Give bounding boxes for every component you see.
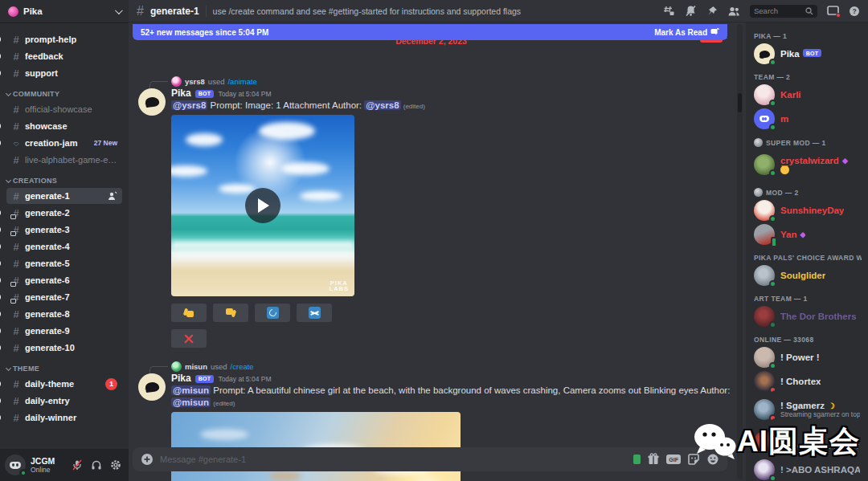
mention[interactable]: @misun xyxy=(171,385,211,395)
mention[interactable]: @ysrs8 xyxy=(171,100,207,110)
member-row-yan[interactable]: Yan◆ xyxy=(752,223,862,246)
gif-picker-icon[interactable]: GIF xyxy=(666,455,681,464)
mark-as-read-button[interactable]: Mark As Read xyxy=(654,28,719,37)
regenerate-button[interactable] xyxy=(255,304,290,322)
message: ysrs8 used /animate Pika BOT Today at 5:… xyxy=(135,75,735,348)
sidebar-item-daily-entry[interactable]: # daily-entry xyxy=(6,393,122,409)
author-name[interactable]: Pika xyxy=(171,373,191,384)
thumbs-up-button[interactable] xyxy=(171,304,207,322)
sidebar-item-generate-10[interactable]: # generate-10 xyxy=(6,340,122,356)
emoji-icon[interactable] xyxy=(706,453,719,466)
invite-members-icon[interactable] xyxy=(108,191,117,201)
threads-icon[interactable] xyxy=(663,5,675,17)
member-row-karli[interactable]: Karli xyxy=(752,84,862,106)
video-attachment[interactable]: PIKA LABS xyxy=(171,115,354,296)
member-row-pika[interactable]: PikaBOT xyxy=(752,43,862,65)
sidebar-item-showcase[interactable]: # showcase xyxy=(6,118,122,134)
sidebar-item-generate-7[interactable]: # generate-7 xyxy=(6,289,122,305)
member-row-sgamerz[interactable]: ! Sgamerz☽ Streaming sgamerz on top... xyxy=(752,394,862,425)
thumbs-up-icon xyxy=(183,308,194,318)
sidebar-item-generate-5[interactable]: # generate-5 xyxy=(6,255,122,271)
sidebar-item-generate-1[interactable]: # generate-1 xyxy=(6,188,122,204)
svg-text:?: ? xyxy=(852,7,856,15)
new-messages-bar[interactable]: 52+ new messages since 5:04 PM Mark As R… xyxy=(133,24,727,40)
member-list-icon[interactable] xyxy=(727,6,740,17)
member-row-the-dor-brothers[interactable]: The Dor Brothers xyxy=(752,305,862,328)
role-header-pika-pals: PIKA PALS' CHOICE AWARD WINNE... xyxy=(754,254,862,262)
hash-icon: # xyxy=(11,378,21,390)
attach-plus-icon[interactable] xyxy=(141,453,154,466)
chat-scrollbar[interactable] xyxy=(737,24,743,479)
delete-button[interactable] xyxy=(171,329,207,348)
refresh-icon xyxy=(267,307,279,319)
member-row-soulglider[interactable]: Soulglider xyxy=(752,264,862,287)
message-composer[interactable]: GIF xyxy=(133,447,727,471)
sticker-icon[interactable] xyxy=(687,453,700,466)
play-button[interactable] xyxy=(245,188,280,223)
member-row-sunshineyday[interactable]: SunshineyDay xyxy=(752,199,862,222)
author-name[interactable]: Pika xyxy=(171,88,191,99)
green-square-emoji xyxy=(633,455,641,464)
mention[interactable]: @misun xyxy=(171,397,211,407)
bot-badge: BOT xyxy=(195,375,215,383)
section-theme[interactable]: THEME xyxy=(0,357,129,375)
sidebar-item-generate-4[interactable]: # generate-4 xyxy=(6,238,122,255)
chevron-down-icon xyxy=(115,6,123,14)
member-row-hidden[interactable]: ! 1 Month Nitro TIU BDT◆ xyxy=(752,426,862,457)
user-panel: JCGM Online xyxy=(0,449,129,481)
search-bar[interactable] xyxy=(750,5,817,18)
section-community[interactable]: COMMUNITY xyxy=(0,82,129,100)
sidebar-item-generate-2[interactable]: # generate-2 xyxy=(6,205,122,221)
microphone-muted-icon[interactable] xyxy=(69,457,85,473)
section-creations[interactable]: CREATIONS xyxy=(0,169,129,187)
server-header[interactable]: Pika xyxy=(0,0,129,22)
member-row-chortex[interactable]: ! Chortex xyxy=(752,370,862,393)
member-row-power[interactable]: ! Power ! xyxy=(752,346,862,369)
gift-icon[interactable] xyxy=(647,453,660,466)
chevron-down-icon xyxy=(6,365,11,370)
headphones-icon[interactable] xyxy=(88,457,104,473)
command-link[interactable]: /animate xyxy=(227,77,256,86)
gear-icon[interactable] xyxy=(108,457,124,473)
member-row-abo-ashraqat[interactable]: ! >ABO ASHRAQAT xyxy=(752,459,862,481)
discord-logo-icon xyxy=(10,462,21,469)
sidebar-item-prompt-help[interactable]: # prompt-help xyxy=(6,31,122,47)
pin-icon[interactable] xyxy=(706,6,718,17)
sidebar-item-official-showcase[interactable]: # official-showcase xyxy=(6,101,122,117)
mention[interactable]: @ysrs8 xyxy=(364,100,400,110)
sidebar-item-feedback[interactable]: # feedback xyxy=(6,48,122,64)
timestamp: Today at 5:04 PM xyxy=(218,90,271,98)
hash-icon: # xyxy=(11,412,21,424)
command-link[interactable]: /create xyxy=(231,362,254,371)
notifications-muted-bell-icon[interactable] xyxy=(685,5,697,17)
inbox-icon[interactable] xyxy=(827,6,839,16)
hash-icon: # xyxy=(11,395,21,407)
thumbs-down-button[interactable] xyxy=(213,304,248,322)
sidebar-item-daily-winner[interactable]: # daily-winner xyxy=(6,410,122,426)
message-input[interactable] xyxy=(160,455,627,464)
sidebar-item-generate-3[interactable]: # generate-3 xyxy=(6,222,122,238)
member-row-crystalwizard[interactable]: crystalwizard◆ xyxy=(752,149,862,180)
help-icon[interactable]: ? xyxy=(849,6,860,17)
sidebar-item-daily-theme[interactable]: # daily-theme 1 xyxy=(6,376,122,392)
remix-button[interactable] xyxy=(297,304,332,322)
sidebar-item-generate-9[interactable]: # generate-9 xyxy=(6,323,122,339)
reply-context[interactable]: ysrs8 used /animate xyxy=(171,75,735,88)
avatar[interactable] xyxy=(138,373,166,401)
sidebar-item-generate-6[interactable]: # generate-6 xyxy=(6,272,122,288)
search-input[interactable] xyxy=(754,6,802,15)
sidebar-item-generate-8[interactable]: # generate-8 xyxy=(6,306,122,322)
hash-thread-icon: # xyxy=(11,275,21,287)
sidebar-item-support[interactable]: # support xyxy=(6,65,122,81)
sidebar-item-creation-jam[interactable]: ⌔ creation-jam 27 New xyxy=(6,135,122,151)
avatar[interactable] xyxy=(5,455,26,475)
sidebar-item-live-alphabet-game-entry[interactable]: # live-alphabet-game-entry xyxy=(6,152,122,168)
member-row-m[interactable]: m xyxy=(752,108,862,130)
avatar[interactable] xyxy=(138,88,166,116)
scrollbar-thumb[interactable] xyxy=(738,93,742,112)
user-info[interactable]: JCGM Online xyxy=(31,456,64,474)
bot-badge: BOT xyxy=(195,90,215,98)
mark-read-icon xyxy=(710,28,719,36)
channel-topic[interactable]: use /create command and see #getting-sta… xyxy=(213,6,657,16)
reply-context[interactable]: misun used /create xyxy=(171,361,735,373)
